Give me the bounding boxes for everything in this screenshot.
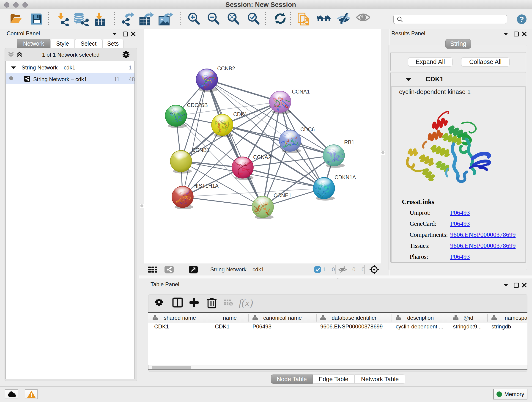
svg-text:database identifier: database identifier xyxy=(331,315,376,321)
svg-text:CCNA2: CCNA2 xyxy=(253,154,271,160)
svg-text:f(x): f(x) xyxy=(239,297,253,308)
svg-text:CDC6: CDC6 xyxy=(300,127,315,133)
svg-text:RB1: RB1 xyxy=(344,139,355,145)
svg-text:description: description xyxy=(407,315,434,321)
svg-text:name: name xyxy=(223,315,237,321)
svg-text:CCNA1: CCNA1 xyxy=(292,89,310,95)
svg-text:CDKN1A: CDKN1A xyxy=(335,174,356,180)
svg-text:1 – 0: 1 – 0 xyxy=(323,266,335,273)
svg-text:CCNB2: CCNB2 xyxy=(217,65,235,71)
svg-text:namespace: namespace xyxy=(505,315,527,321)
svg-text:CDK1: CDK1 xyxy=(233,111,247,117)
svg-text:0 – 0: 0 – 0 xyxy=(352,266,365,273)
svg-text:canonical name: canonical name xyxy=(263,315,302,321)
svg-text:1 of 1 Network selected: 1 of 1 Network selected xyxy=(42,51,100,58)
svg-text:shared name: shared name xyxy=(164,315,196,321)
svg-text:CCNE1: CCNE1 xyxy=(273,192,291,198)
svg-text:@id: @id xyxy=(463,315,473,321)
svg-text:HIST1H1A: HIST1H1A xyxy=(193,183,219,189)
svg-text:CCNB1: CCNB1 xyxy=(192,147,210,153)
svg-text:CDC25B: CDC25B xyxy=(187,102,208,108)
svg-text:String Network – cdk1: String Network – cdk1 xyxy=(210,266,264,273)
